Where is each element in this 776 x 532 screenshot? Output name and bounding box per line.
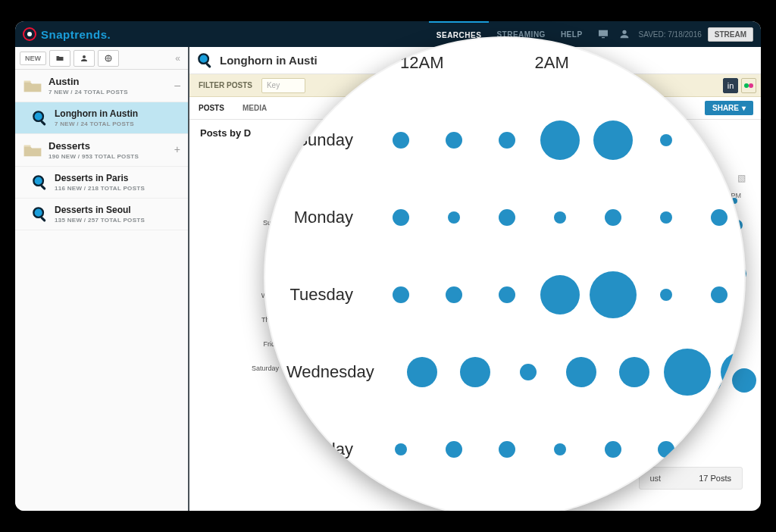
brand-icon: [23, 27, 36, 41]
item-title: Desserts in Paris: [55, 173, 145, 183]
heatmap-dot: [660, 134, 672, 146]
heatmap-dot: [395, 443, 407, 455]
lens-rows: SundayMondayTuesdayWednesdayday: [286, 102, 746, 488]
heatmap-dot: [554, 443, 566, 455]
share-button[interactable]: SHARE▾: [705, 101, 753, 115]
group-sub: 7 NEW / 24 TOTAL POSTS: [48, 89, 128, 95]
heatmap-dot: [605, 441, 621, 458]
heatmap-dot: [664, 349, 711, 396]
sidebar-collapse-icon[interactable]: «: [172, 53, 183, 64]
item-sub: 7 NEW / 24 TOTAL POSTS: [55, 120, 138, 127]
app-window: Snaptrends. SEARCHES STREAMING HELP SAVE…: [15, 21, 761, 511]
search-icon: [197, 52, 214, 69]
footer-summary: ust 17 Posts: [639, 467, 743, 490]
lens-row: Sunday: [286, 102, 746, 179]
network-linkedin-icon[interactable]: in: [723, 78, 738, 93]
svg-rect-3: [40, 120, 46, 126]
heatmap-dot: [446, 132, 462, 149]
globe-button[interactable]: [98, 50, 119, 67]
user-icon[interactable]: [616, 26, 633, 42]
brand[interactable]: Snaptrends.: [23, 27, 111, 41]
footer-count: 17 Posts: [699, 474, 731, 483]
keyword-input[interactable]: Key: [261, 78, 305, 93]
lens-row: Monday: [286, 179, 746, 256]
heatmap-dot: [605, 209, 621, 226]
sidebar-group-austin[interactable]: Austin 7 NEW / 24 TOTAL POSTS –: [15, 70, 188, 102]
heatmap-dot: [499, 209, 515, 226]
sidebar-group-desserts[interactable]: Desserts 190 NEW / 953 TOTAL POSTS +: [15, 134, 188, 167]
search-icon: [32, 110, 48, 127]
item-title: Desserts in Seoul: [55, 205, 145, 215]
new-button[interactable]: NEW: [20, 52, 46, 65]
heatmap-dot: [711, 286, 728, 303]
person-button[interactable]: [74, 50, 95, 67]
sidebar-item-paris[interactable]: Desserts in Paris 116 NEW / 218 TOTAL PO…: [15, 167, 188, 199]
group-title: Desserts: [48, 140, 139, 152]
group-sub: 190 NEW / 953 TOTAL POSTS: [48, 153, 139, 160]
heatmap-dot: [554, 211, 566, 224]
search-icon: [32, 206, 48, 223]
lens-day-label: Monday: [286, 208, 374, 227]
svg-rect-9: [40, 216, 46, 222]
folder-icon: [23, 142, 42, 158]
heatmap-dot: [540, 120, 580, 160]
heatmap-dot: [660, 289, 672, 301]
heatmap-dot: [520, 364, 537, 380]
heatmap-dot: [566, 357, 596, 387]
monitor-icon[interactable]: [595, 26, 612, 42]
tab-posts[interactable]: POSTS: [189, 97, 233, 120]
tab-media[interactable]: MEDIA: [233, 97, 276, 120]
heatmap-dot: [711, 209, 728, 226]
sidebar-item-seoul[interactable]: Desserts in Seoul 135 NEW / 257 TOTAL PO…: [15, 199, 188, 230]
search-icon: [32, 174, 48, 191]
heatmap-dot: [393, 132, 409, 149]
main-title: Longhorn in Austi: [220, 54, 318, 67]
svg-point-13: [744, 83, 749, 88]
heatmap-dot: [540, 275, 580, 315]
heatmap-dot: [590, 271, 637, 318]
network-flickr-icon[interactable]: [741, 78, 756, 93]
lens-row: Tuesday: [286, 256, 746, 333]
svg-point-14: [749, 83, 753, 88]
sidebar-toolbar: NEW «: [15, 47, 188, 70]
filter-label: FILTER POSTS: [194, 81, 257, 89]
lens-day-label: Wednesday: [286, 362, 396, 382]
heatmap-dot: [393, 286, 409, 303]
lens-day-label: Tuesday: [286, 285, 374, 305]
brand-text: Snaptrends.: [41, 28, 111, 41]
topbar: Snaptrends. SEARCHES STREAMING HELP SAVE…: [15, 21, 761, 47]
item-sub: 116 NEW / 218 TOTAL POSTS: [55, 185, 145, 192]
heatmap-dot: [619, 357, 649, 387]
heatmap-dot: [448, 211, 460, 224]
svg-rect-12: [205, 62, 211, 68]
sidebar-item-longhorn[interactable]: Longhorn in Austin 7 NEW / 24 TOTAL POST…: [15, 102, 188, 134]
heatmap-dot: [499, 441, 515, 458]
svg-rect-6: [40, 184, 46, 190]
heatmap-dot: [499, 286, 515, 303]
footer-ust: ust: [650, 474, 662, 483]
heatmap-dot: [499, 132, 515, 149]
stream-button[interactable]: STREAM: [708, 27, 753, 42]
group-title: Austin: [48, 76, 128, 87]
heatmap-dot: [660, 211, 672, 224]
collapse-toggle[interactable]: –: [174, 79, 180, 91]
chevron-down-icon: ▾: [742, 104, 746, 112]
image-placeholder-icon: ▧: [737, 173, 746, 183]
heatmap-dot: [446, 441, 462, 458]
heatmap-dot: [393, 209, 409, 226]
folder-icon: [23, 78, 42, 93]
heatmap-dot: [460, 357, 490, 387]
expand-toggle[interactable]: +: [174, 143, 180, 155]
item-sub: 135 NEW / 257 TOTAL POSTS: [55, 217, 145, 224]
heatmap-dot: [593, 120, 633, 160]
magnifier-lens: 12AM 2AM 4A SundayMondayTuesdayWednesday…: [264, 36, 746, 511]
lens-row: Wednesday: [286, 333, 746, 411]
heatmap-dot: [446, 286, 462, 303]
item-title: Longhorn in Austin: [55, 108, 138, 119]
sidebar: NEW « Austin 7 NEW / 24 TOTAL POSTS – Lo…: [15, 47, 189, 511]
heatmap-dot: [407, 357, 437, 387]
folder-button[interactable]: [49, 50, 70, 67]
saved-meta: SAVED: 7/18/2016: [633, 30, 708, 39]
